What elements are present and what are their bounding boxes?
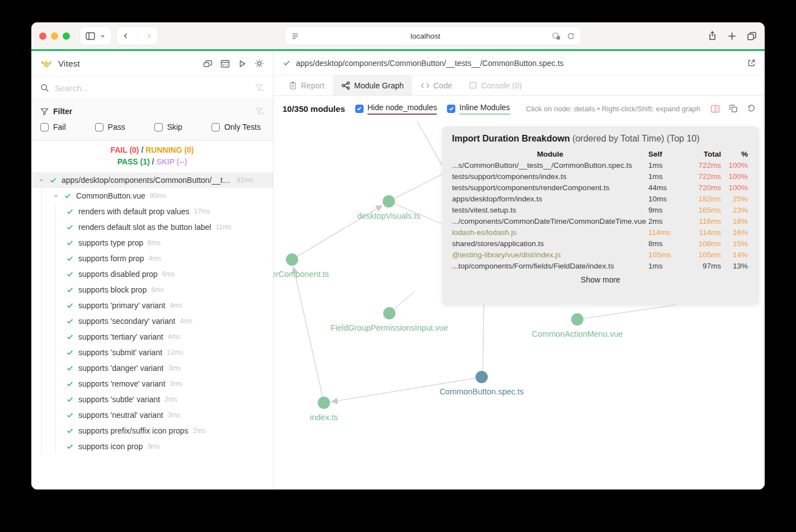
- tab-code[interactable]: Code: [412, 76, 460, 95]
- tree-row-test[interactable]: supports 'neutral' variant 3ms: [31, 407, 273, 423]
- tab-label: Code: [434, 81, 452, 90]
- graph-node[interactable]: [475, 371, 488, 383]
- test-name: supports 'neutral' variant: [78, 411, 163, 420]
- pass-check-icon: [66, 208, 74, 215]
- graph-node[interactable]: [571, 313, 583, 326]
- tab-label: Console (0): [481, 81, 521, 90]
- breakdown-row[interactable]: tests/support/components/renderComponent…: [452, 182, 749, 193]
- test-name: supports prefix/suffix icon props: [78, 426, 189, 435]
- copy-graph-icon[interactable]: [729, 104, 738, 113]
- graph-node[interactable]: [383, 195, 395, 208]
- show-more-button[interactable]: Show more: [452, 275, 749, 284]
- inline-modules-toggle[interactable]: Inline Modules: [447, 103, 510, 115]
- tree-row-test[interactable]: supports prefix/suffix icon props 2ms: [31, 423, 273, 439]
- forward-button[interactable]: [145, 32, 152, 40]
- tab-label: Module Graph: [354, 81, 404, 90]
- sidebar-toggle-button[interactable]: [80, 27, 111, 45]
- checkbox[interactable]: [154, 123, 163, 131]
- breakdown-row[interactable]: ...top/components/Form/fields/FieldDate/…: [452, 260, 749, 271]
- checkbox[interactable]: [40, 123, 49, 131]
- module-path: ...s/CommonButton/__tests__/CommonButton…: [452, 161, 632, 170]
- breakdown-row[interactable]: tests/vitest.setup.ts 9ms 165ms 23%: [452, 204, 749, 215]
- breakdown-row[interactable]: ...s/CommonButton/__tests__/CommonButton…: [452, 159, 749, 171]
- tree-row-test[interactable]: supports disabled prop 6ms: [31, 266, 273, 282]
- checked-checkbox-icon[interactable]: [355, 105, 364, 113]
- tree-row-test[interactable]: supports 'subtle' variant 2ms: [31, 392, 273, 407]
- self-time: 1ms: [648, 161, 663, 170]
- tree-row-test[interactable]: renders with default prop values 17ms: [31, 204, 273, 219]
- back-button[interactable]: [123, 32, 129, 40]
- tree-row-test[interactable]: supports 'secondary' variant 4ms: [31, 313, 273, 329]
- breakdown-table: Module Self Total % ...s/CommonButton/__…: [452, 149, 749, 271]
- reload-icon[interactable]: [567, 32, 575, 40]
- test-duration: 2ms: [164, 396, 177, 403]
- checkbox[interactable]: [211, 123, 220, 131]
- percent: 25%: [733, 195, 748, 203]
- translate-badge-icon[interactable]: [552, 32, 561, 40]
- close-window-button[interactable]: [39, 32, 46, 40]
- tab-console[interactable]: Console (0): [460, 76, 530, 95]
- toggle-breakdown-panel-icon[interactable]: [710, 105, 720, 113]
- theme-toggle-icon[interactable]: [255, 59, 264, 68]
- tab-report[interactable]: Report: [280, 76, 333, 95]
- open-external-icon[interactable]: [747, 59, 756, 68]
- breakdown-row[interactable]: tests/support/components/index.ts 1ms 72…: [452, 171, 749, 182]
- tree-row-suite[interactable]: CommonButton.vue 90ms: [31, 188, 273, 204]
- test-duration: 4ms: [149, 255, 162, 262]
- hide-node-modules-toggle[interactable]: Hide node_modules: [355, 103, 437, 115]
- filter-checkbox-option[interactable]: Fail: [40, 123, 66, 131]
- reader-view-icon[interactable]: [291, 32, 299, 40]
- breakdown-row[interactable]: lodash-es/lodash.js 114ms 114ms 16%: [452, 227, 749, 238]
- tree-row-test[interactable]: supports 'primary' variant 4ms: [31, 298, 273, 313]
- chevron-down-icon[interactable]: [38, 177, 45, 183]
- collapse-windows-icon[interactable]: [203, 59, 213, 68]
- tree-row-test[interactable]: supports form prop 4ms: [31, 251, 273, 266]
- chevron-down-icon[interactable]: [53, 192, 59, 199]
- clear-filter-icon[interactable]: [255, 107, 264, 116]
- search-input[interactable]: [55, 83, 249, 93]
- tab-module-graph[interactable]: Module Graph: [333, 76, 412, 95]
- minimize-window-button[interactable]: [51, 32, 58, 40]
- test-duration: 2ms: [193, 427, 206, 435]
- tree-row-test[interactable]: supports icon prop 3ms: [31, 439, 273, 454]
- reset-graph-icon[interactable]: [747, 104, 756, 113]
- pass-check-icon: [66, 380, 74, 388]
- zoom-window-button[interactable]: [63, 32, 70, 40]
- graph-node-label: CommonButton.spec.ts: [440, 387, 524, 396]
- self-time: 1ms: [648, 172, 663, 181]
- breakdown-row[interactable]: .../components/CommonDateTime/CommonDate…: [452, 215, 749, 227]
- breakdown-row[interactable]: shared/stores/application.ts 8ms 108ms 1…: [452, 238, 749, 249]
- run-all-icon[interactable]: [238, 59, 247, 68]
- test-duration: 6ms: [151, 286, 164, 294]
- filter-checkbox-option[interactable]: Only Tests: [211, 123, 261, 131]
- module-graph-canvas[interactable]: desktopVisuals.tsrenderComponent.tsField…: [274, 96, 765, 489]
- tree-row-test[interactable]: supports 'tertiary' variant 4ms: [31, 329, 273, 345]
- tree-row-test[interactable]: supports 'submit' variant 12ms: [31, 345, 273, 360]
- clear-filter-icon[interactable]: [255, 83, 264, 92]
- tree-row-test[interactable]: supports 'remove' variant 3ms: [31, 376, 273, 392]
- pass-check-icon: [282, 59, 291, 67]
- console-icon: [469, 81, 477, 90]
- share-icon[interactable]: [708, 31, 717, 41]
- graph-node[interactable]: [286, 253, 298, 266]
- tree-row-test[interactable]: supports block prop 6ms: [31, 282, 273, 298]
- checked-checkbox-icon[interactable]: [447, 105, 455, 113]
- new-tab-icon[interactable]: [727, 31, 737, 41]
- pass-count: PASS (1): [117, 157, 150, 166]
- graph-node[interactable]: [383, 307, 395, 319]
- tree-row-test[interactable]: renders default slot as the button label…: [31, 219, 273, 235]
- address-bar[interactable]: localhost: [285, 27, 581, 45]
- filter-checkbox-option[interactable]: Pass: [95, 123, 125, 131]
- tab-overview-icon[interactable]: [747, 31, 757, 41]
- filter-checkbox-option[interactable]: Skip: [154, 123, 182, 131]
- tree-row-spec-file[interactable]: apps/desktop/components/CommonButton/__t…: [31, 172, 273, 188]
- dashboard-icon[interactable]: [220, 59, 230, 68]
- graph-node[interactable]: [318, 397, 330, 409]
- breakdown-row[interactable]: apps/desktop/form/index.ts 10ms 182ms 25…: [452, 193, 749, 204]
- tree-row-test[interactable]: supports 'danger' variant 3ms: [31, 360, 273, 376]
- breakdown-row[interactable]: @testing-library/vue/dist/index.js 105ms…: [452, 249, 749, 260]
- filter-title: Filter: [53, 107, 72, 116]
- checkbox[interactable]: [95, 123, 103, 131]
- pass-check-icon: [66, 302, 74, 309]
- tree-row-test[interactable]: supports type prop 6ms: [31, 235, 273, 251]
